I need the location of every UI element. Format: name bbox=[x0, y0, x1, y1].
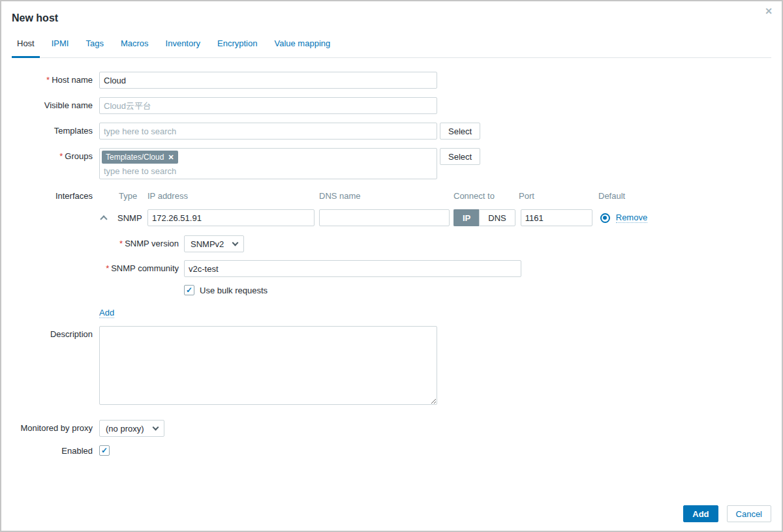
groups-row: *Groups Templates/Cloud ✕ type here to s… bbox=[1, 148, 782, 179]
tab-host[interactable]: Host bbox=[12, 38, 40, 58]
add-button[interactable]: Add bbox=[683, 505, 718, 522]
templates-label: Templates bbox=[1, 123, 99, 136]
snmp-version-select[interactable]: SNMPv2 bbox=[184, 235, 244, 252]
snmp-version-value: SNMPv2 bbox=[191, 239, 224, 249]
tab-macros[interactable]: Macros bbox=[115, 38, 154, 57]
description-textarea[interactable] bbox=[99, 326, 437, 405]
cancel-button[interactable]: Cancel bbox=[727, 505, 771, 522]
dialog-header: New host ✕ bbox=[1, 1, 782, 24]
tab-value-mapping[interactable]: Value mapping bbox=[269, 38, 335, 57]
chevron-down-icon bbox=[152, 424, 159, 430]
connect-to-ip-segment[interactable]: IP bbox=[453, 209, 479, 226]
snmp-community-row: *SNMP community bbox=[99, 260, 647, 277]
proxy-row: Monitored by proxy (no proxy) bbox=[1, 420, 782, 437]
enabled-checkbox[interactable]: ✓ bbox=[99, 445, 110, 456]
visible-name-input[interactable] bbox=[99, 97, 437, 114]
snmp-version-label: SNMP version bbox=[125, 239, 179, 248]
dns-name-input[interactable] bbox=[319, 209, 450, 226]
collapse-toggle[interactable] bbox=[99, 214, 114, 222]
col-type: Type bbox=[114, 191, 147, 201]
required-marker: * bbox=[106, 263, 109, 273]
ip-address-input[interactable] bbox=[147, 209, 315, 226]
host-form: *Host name Visible name Templates Select… bbox=[1, 58, 782, 456]
required-marker: * bbox=[59, 151, 63, 161]
proxy-label: Monitored by proxy bbox=[1, 420, 99, 433]
groups-select-button[interactable]: Select bbox=[440, 148, 480, 165]
interfaces-header: Type IP address DNS name Connect to Port… bbox=[99, 188, 647, 201]
groups-label: Groups bbox=[65, 151, 93, 161]
bulk-requests-checkbox[interactable]: ✓ bbox=[184, 285, 194, 295]
group-chip-label: Templates/Cloud bbox=[106, 152, 164, 162]
tab-ipmi[interactable]: IPMI bbox=[46, 38, 74, 57]
interfaces-label: Interfaces bbox=[1, 188, 99, 201]
new-host-dialog: New host ✕ Host IPMI Tags Macros Invento… bbox=[0, 0, 783, 532]
host-name-row: *Host name bbox=[1, 72, 782, 89]
description-label: Description bbox=[1, 326, 99, 339]
col-port: Port bbox=[519, 191, 598, 201]
groups-search-placeholder[interactable]: type here to search bbox=[102, 164, 435, 176]
tab-encryption[interactable]: Encryption bbox=[212, 38, 262, 57]
required-marker: * bbox=[46, 75, 50, 85]
enabled-label: Enabled bbox=[1, 445, 99, 456]
connect-to-dns-segment[interactable]: DNS bbox=[479, 209, 515, 226]
col-dns-name: DNS name bbox=[319, 191, 453, 201]
snmp-interface-row: SNMP IP DNS Remove bbox=[99, 209, 647, 226]
chevron-up-icon bbox=[100, 215, 107, 222]
host-name-label: Host name bbox=[52, 75, 93, 85]
chevron-down-icon bbox=[232, 239, 239, 246]
connect-to-toggle: IP DNS bbox=[453, 209, 515, 226]
remove-interface-link[interactable]: Remove bbox=[616, 213, 647, 223]
host-name-input[interactable] bbox=[99, 72, 437, 89]
add-interface-link[interactable]: Add bbox=[99, 308, 114, 318]
description-row: Description bbox=[1, 326, 782, 405]
chip-remove-icon[interactable]: ✕ bbox=[168, 152, 174, 162]
radio-dot bbox=[603, 216, 607, 220]
interface-type: SNMP bbox=[114, 213, 147, 223]
tab-bar: Host IPMI Tags Macros Inventory Encrypti… bbox=[12, 38, 771, 58]
visible-name-label: Visible name bbox=[1, 97, 99, 110]
group-chip: Templates/Cloud ✕ bbox=[102, 151, 178, 164]
proxy-select[interactable]: (no proxy) bbox=[99, 420, 164, 437]
snmp-version-row: *SNMP version SNMPv2 bbox=[99, 235, 647, 252]
page-title: New host bbox=[12, 12, 771, 24]
bulk-requests-label: Use bulk requests bbox=[200, 286, 268, 295]
bulk-requests-row: ✓ Use bulk requests bbox=[99, 285, 647, 295]
col-ip-address: IP address bbox=[147, 191, 319, 201]
templates-search-input[interactable] bbox=[99, 123, 437, 140]
enabled-row: Enabled ✓ bbox=[1, 445, 782, 456]
tab-inventory[interactable]: Inventory bbox=[161, 38, 206, 57]
proxy-value: (no proxy) bbox=[106, 424, 144, 434]
snmp-community-input[interactable] bbox=[184, 260, 521, 277]
groups-multiselect[interactable]: Templates/Cloud ✕ type here to search bbox=[99, 148, 437, 179]
interfaces-row: Interfaces Type IP address DNS name Conn… bbox=[1, 188, 782, 326]
col-connect-to: Connect to bbox=[453, 191, 519, 201]
required-marker: * bbox=[119, 239, 123, 248]
visible-name-row: Visible name bbox=[1, 97, 782, 114]
close-icon[interactable]: ✕ bbox=[765, 7, 773, 16]
add-interface-line: Add bbox=[99, 308, 647, 318]
dialog-footer: Add Cancel bbox=[683, 505, 771, 522]
tab-tags[interactable]: Tags bbox=[80, 38, 108, 57]
port-input[interactable] bbox=[521, 209, 592, 226]
default-interface-radio[interactable] bbox=[600, 213, 610, 223]
templates-row: Templates Select bbox=[1, 123, 782, 140]
col-default: Default bbox=[598, 191, 625, 201]
interfaces-block: Type IP address DNS name Connect to Port… bbox=[99, 188, 647, 326]
templates-select-button[interactable]: Select bbox=[440, 123, 480, 140]
snmp-community-label: SNMP community bbox=[111, 263, 179, 273]
